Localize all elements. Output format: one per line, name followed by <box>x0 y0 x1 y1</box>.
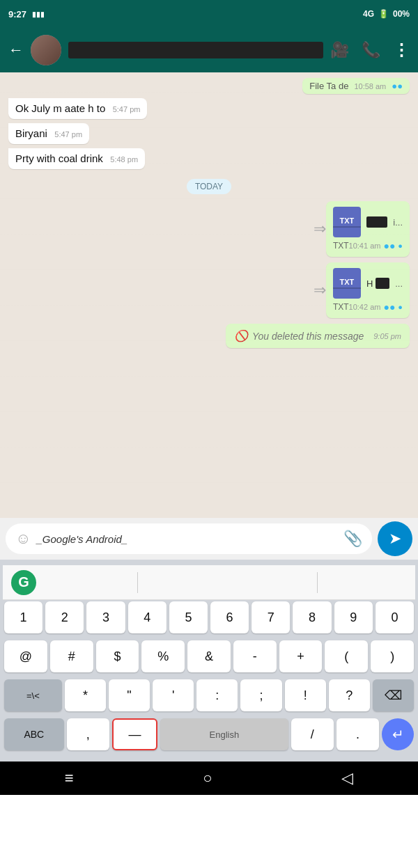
dash-label: — <box>128 727 141 742</box>
contact-name-blacked <box>68 42 323 58</box>
nav-menu[interactable]: ≡ <box>65 769 74 787</box>
key-rparen[interactable]: ) <box>371 640 414 672</box>
file-type-label-1: TXT <box>333 241 349 251</box>
status-time: 9:27 ▮▮▮ <box>8 9 45 19</box>
grammarly-dividers <box>47 572 407 593</box>
key-5[interactable]: 5 <box>169 601 208 633</box>
key-4[interactable]: 4 <box>128 601 167 633</box>
file-name-start-2: H <box>366 278 373 289</box>
message-input[interactable]: _Google's Android_ <box>36 533 338 545</box>
divider-2 <box>317 572 318 593</box>
top-ref-time: 10:58 am <box>354 82 386 90</box>
key-space[interactable]: English <box>160 718 288 750</box>
read-dots-2: ●● <box>383 301 395 313</box>
signal-label: 4G <box>363 9 374 19</box>
file-name-blacked-1 <box>366 216 387 228</box>
file-type-icon-2: TXT <box>333 268 361 299</box>
symbol-row-1: @ # $ % & - + ( ) <box>3 639 415 674</box>
key-dash[interactable]: - <box>233 640 277 672</box>
msg-time-1: 5:47 pm <box>113 105 141 113</box>
key-hash[interactable]: # <box>50 640 93 672</box>
key-lparen[interactable]: ( <box>325 640 368 672</box>
status-bar: 9:27 ▮▮▮ 4G 🔋 00% <box>0 0 418 28</box>
top-ref-read: ●● <box>392 81 403 91</box>
input-bar: ☺ _Google's Android_ 📎 ➤ <box>0 518 418 560</box>
key-plus[interactable]: + <box>279 640 323 672</box>
read-dots-1: ●● <box>383 240 395 251</box>
attach-button[interactable]: 📎 <box>343 530 362 548</box>
forward-icon-1: ⇒ <box>314 220 326 238</box>
symbol-row-2: =\< * " ' : ; ! ? ⌫ <box>3 678 415 713</box>
msg-text-3: Prty with coal drink <box>15 152 103 164</box>
back-button[interactable]: ← <box>8 41 24 59</box>
deleted-text: You deleted this message <box>252 331 364 342</box>
file-time-1: 10:41 am <box>349 242 381 250</box>
key-percent[interactable]: % <box>141 640 185 672</box>
key-0[interactable]: 0 <box>376 601 414 633</box>
chat-header: ← 🎥 📞 ⋮ <box>0 28 418 72</box>
msg-text-2: Biryani <box>15 127 47 139</box>
key-comma[interactable]: , <box>67 718 109 750</box>
single-dot-2: ● <box>398 303 403 311</box>
key-equals-backslash-lt[interactable]: =\< <box>4 679 62 711</box>
key-ampersand[interactable]: & <box>187 640 231 672</box>
battery-icon: 🔋 <box>378 9 389 19</box>
key-8[interactable]: 8 <box>293 601 331 633</box>
key-dollar[interactable]: $ <box>96 640 139 672</box>
no-entry-icon: 🚫 <box>234 329 248 342</box>
msg-bubble-received-2: Biryani 5:47 pm <box>8 123 89 144</box>
nav-back[interactable]: ◁ <box>341 769 353 787</box>
emoji-button[interactable]: ☺ <box>15 530 31 548</box>
key-3[interactable]: 3 <box>86 601 125 633</box>
key-squote[interactable]: ' <box>153 679 194 711</box>
chat-area: File Ta de 10:58 am ●● Ok July m aate h … <box>0 72 418 518</box>
msg-time-3: 5:48 pm <box>110 155 138 164</box>
key-6[interactable]: 6 <box>210 601 249 633</box>
status-icons: 4G 🔋 00% <box>363 9 410 19</box>
key-exclaim[interactable]: ! <box>285 679 326 711</box>
file-type-label-2: TXT <box>333 302 349 312</box>
file-bubble-1: TXT i... TXT 10:41 am ●● ● <box>326 201 410 257</box>
video-call-icon[interactable]: 🎥 <box>330 41 349 59</box>
file-bubble-2: TXT H ... TXT 10:42 am ●● ● <box>326 262 410 318</box>
key-at[interactable]: @ <box>4 640 47 672</box>
key-semicolon[interactable]: ; <box>240 679 281 711</box>
key-9[interactable]: 9 <box>334 601 373 633</box>
msg-row-3: Prty with coal drink 5:48 pm <box>8 148 410 172</box>
battery-label: 00% <box>393 9 410 19</box>
file-time-status-1: 10:41 am ●● ● <box>349 240 403 251</box>
grammarly-bar: G <box>3 565 415 600</box>
key-colon[interactable]: : <box>196 679 238 711</box>
key-slash[interactable]: / <box>291 718 334 750</box>
top-ref-bubble: File Ta de 10:58 am ●● <box>302 78 410 94</box>
header-actions: 🎥 📞 ⋮ <box>330 40 410 60</box>
avatar[interactable] <box>31 35 61 65</box>
key-period[interactable]: . <box>336 718 379 750</box>
key-abc[interactable]: ABC <box>4 718 64 750</box>
msg-time-2: 5:47 pm <box>54 130 82 139</box>
msg-row-2: Biryani 5:47 pm <box>8 123 410 147</box>
file-type-icon-1: TXT <box>333 207 361 237</box>
send-button[interactable]: ➤ <box>378 521 412 556</box>
key-1[interactable]: 1 <box>4 601 42 633</box>
key-asterisk[interactable]: * <box>65 679 106 711</box>
msg-row-1: Ok July m aate h to 5:47 pm <box>8 98 410 122</box>
key-2[interactable]: 2 <box>45 601 84 633</box>
grammarly-icon: G <box>11 570 36 595</box>
key-backspace[interactable]: ⌫ <box>373 679 414 711</box>
number-row: 1 2 3 4 5 6 7 8 9 0 <box>3 600 415 635</box>
key-question[interactable]: ? <box>329 679 370 711</box>
key-dquote[interactable]: " <box>109 679 150 711</box>
voice-call-icon[interactable]: 📞 <box>362 41 380 59</box>
time-label: 9:27 <box>8 9 26 19</box>
bottom-row: ABC , — English / . ↵ <box>3 717 415 752</box>
file-bottom-1: TXT 10:41 am ●● ● <box>333 240 403 251</box>
more-options-icon[interactable]: ⋮ <box>393 40 410 60</box>
nav-home[interactable]: ○ <box>203 769 212 787</box>
message-input-field[interactable]: ☺ _Google's Android_ 📎 <box>6 523 372 554</box>
file-time-2: 10:42 am <box>349 303 381 311</box>
key-7[interactable]: 7 <box>251 601 290 633</box>
forward-icon-2: ⇒ <box>314 281 326 299</box>
key-enter[interactable]: ↵ <box>382 718 414 750</box>
key-dash-space[interactable]: — <box>112 718 157 750</box>
